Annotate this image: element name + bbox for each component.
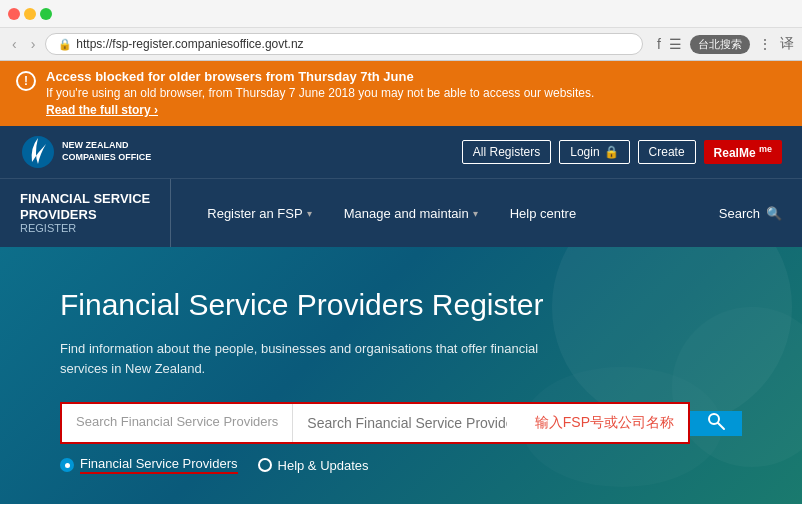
nz-logo-text: NEW ZEALAND COMPANIES OFFICE [62,140,151,163]
alert-title: Access blocked for older browsers from T… [46,69,594,84]
language-button[interactable]: 台北搜索 [690,35,750,54]
top-nav-buttons: All Registers Login 🔒 Create RealMe me [462,140,782,164]
forward-button[interactable]: › [27,34,40,54]
create-button[interactable]: Create [638,140,696,164]
nz-logo[interactable]: NEW ZEALAND COMPANIES OFFICE [20,134,151,170]
browser-toolbar-right: f ☰ 台北搜索 ⋮ 译 [657,35,794,54]
nav-manage-maintain[interactable]: Manage and maintain ▾ [328,190,494,237]
search-icon: 🔍 [766,206,782,221]
tab-help-updates[interactable]: Help & Updates [258,458,369,473]
browser-nav-bar: ‹ › 🔒 https://fsp-register.companiesoffi… [0,28,802,60]
hero-subtitle: Find information about the people, busin… [60,339,540,378]
search-input[interactable] [293,404,520,442]
browser-window-controls [8,8,52,20]
svg-line-5 [718,423,724,429]
alert-content: Access blocked for older browsers from T… [46,69,594,118]
top-nav: NEW ZEALAND COMPANIES OFFICE All Registe… [0,126,802,178]
search-input-overlay-text: 输入FSP号或公司名称 [521,404,688,442]
radio-active-icon [60,458,74,472]
all-registers-button[interactable]: All Registers [462,140,551,164]
main-nav: FINANCIAL SERVICE PROVIDERS REGISTER Reg… [0,178,802,247]
nav-links: Register an FSP ▾ Manage and maintain ▾ … [191,190,703,237]
login-button[interactable]: Login 🔒 [559,140,629,164]
url-text: https://fsp-register.companiesoffice.gov… [76,37,303,51]
alert-link[interactable]: Read the full story › [46,103,158,117]
facebook-icon[interactable]: f [657,36,661,52]
lock-icon: 🔒 [604,145,619,159]
settings-icon[interactable]: ⋮ [758,36,772,52]
alert-banner: ! Access blocked for older browsers from… [0,61,802,126]
search-button[interactable] [690,411,742,436]
search-icon [706,411,726,436]
search-nav-button[interactable]: Search 🔍 [703,190,782,237]
site-wrapper: ! Access blocked for older browsers from… [0,61,802,526]
nav-help-centre[interactable]: Help centre [494,190,592,237]
search-placeholder-label: Search Financial Service Providers [62,404,293,442]
maximize-window-button[interactable] [40,8,52,20]
alert-body: If you're using an old browser, from Thu… [46,86,594,100]
url-bar[interactable]: 🔒 https://fsp-register.companiesoffice.g… [45,33,643,55]
chevron-down-icon: ▾ [473,208,478,219]
alert-icon: ! [16,71,36,91]
radio-inactive-icon [258,458,272,472]
search-tabs: Financial Service Providers Help & Updat… [60,456,742,474]
share-icon[interactable]: ☰ [669,36,682,52]
chevron-down-icon: ▾ [307,208,312,219]
realme-button[interactable]: RealMe me [704,140,782,164]
hero-title: Financial Service Providers Register [60,287,610,323]
browser-titlebar [0,0,802,28]
browser-chrome: ‹ › 🔒 https://fsp-register.companiesoffi… [0,0,802,61]
tab-financial-service-providers[interactable]: Financial Service Providers [60,456,238,474]
nz-fern-icon [20,134,56,170]
minimize-window-button[interactable] [24,8,36,20]
nav-register-fsp[interactable]: Register an FSP ▾ [191,190,327,237]
hero-section: Financial Service Providers Register Fin… [0,247,802,504]
site-title: FINANCIAL SERVICE PROVIDERS REGISTER [20,179,171,247]
close-window-button[interactable] [8,8,20,20]
back-button[interactable]: ‹ [8,34,21,54]
translate-icon[interactable]: 译 [780,35,794,53]
ssl-lock-icon: 🔒 [58,38,72,51]
search-bar-container: Search Financial Service Providers 输入FSP… [60,402,742,444]
search-input-wrapper: Search Financial Service Providers 输入FSP… [60,402,690,444]
